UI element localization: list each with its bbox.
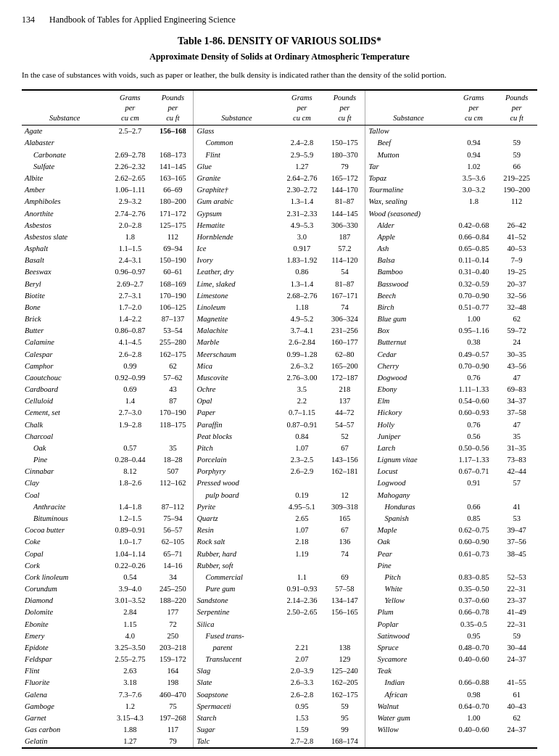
table-row: Clay 1.8–2.6 112–162 Pressed wood Logwoo… [22,477,537,489]
table-row: Cork 0.22–0.26 14–16 Rubber, soft Pine [22,560,537,572]
table-row: Biotite 2.7–3.1 170–190 Limestone 2.68–2… [22,290,537,302]
table-row: Garnet 3.15–4.3 197–268 Starch 1.53 95 W… [22,712,537,724]
table-row-last: Gelatin 1.27 79 Talc 2.7–2.8 168–174 [22,736,537,748]
table-row: Bone 1.7–2.0 106–125 Linoleum 1.18 74 Bi… [22,302,537,313]
table-row: Basalt 2.4–3.1 150–190 Ivory 1.83–1.92 1… [22,255,537,266]
table-row: Cement, set 2.7–3.0 170–190 Paper 0.7–1.… [22,407,537,419]
table-row: Brick 1.4–2.2 87–137 Magnetite 4.9–5.2 3… [22,313,537,325]
table-row: Agate 2.5–2.7 156–168 Glass Tallow [22,126,537,138]
table-row: Chalk 1.9–2.8 118–175 Paraffin 0.87–0.91… [22,419,537,431]
col-header-grams2: Gramspercu cm [279,90,324,125]
table-row: Cork linoleum 0.54 34 Commercial 1.1 69 … [22,572,537,583]
table-row: Flint 2.63 164 Slag 2.0–3.9 125–240 Teak [22,665,537,677]
col-header-substance3: Substance [365,90,452,125]
table-row: Feldspar 2.55–2.75 159–172 Translucent 2… [22,654,537,665]
table-row: Copal 1.04–1.14 65–71 Rubber, hard 1.19 … [22,548,537,560]
table-row: Galena 7.3–7.6 460–470 Soapstone 2.6–2.8… [22,689,537,701]
table-row: Albite 2.62–2.65 163–165 Granite 2.64–2.… [22,173,537,184]
col-header-substance2: Substance [194,90,280,125]
col-header-grams3: Gramspercu cm [451,90,496,125]
table-row: Fluorite 3.18 198 Slate 2.6–3.3 162–205 … [22,677,537,689]
table-row: Gas carbon 1.88 117 Sugar 1.59 99 Willow… [22,724,537,736]
table-row: Calamine 4.1–4.5 255–280 Marble 2.6–2.84… [22,337,537,348]
table-row: Bituminous 1.2–1.5 75–94 Quartz 2.65 165… [22,513,537,525]
table-row: Oak 0.57 35 Pitch 1.07 67 Larch 0.50–0.5… [22,443,537,454]
table-row: Asbestos 2.0–2.8 125–175 Hematite 4.9–5.… [22,220,537,231]
table-row: Anthracite 1.4–1.8 87–112 Pyrite 4.95–5.… [22,501,537,513]
col-header-pounds2: Poundspercu ft [324,90,365,125]
table-subtitle: Approximate Density of Solids at Ordinar… [22,52,537,62]
table-row: Ebonite 1.15 72 Silica Poplar 0.35–0.5 2… [22,619,537,630]
table-row: Epidote 3.25–3.50 203–218 parent 2.21 13… [22,642,537,654]
table-row: Gamboge 1.2 75 Spermaceti 0.95 59 Walnut… [22,701,537,712]
table-row: Beryl 2.69–2.7 168–169 Lime, slaked 1.3–… [22,279,537,290]
page-number: 134 [22,15,35,25]
table-row: Calespar 2.6–2.8 162–175 Meerschaum 0.99… [22,349,537,361]
book-title: Handbook of Tables for Applied Engineeri… [49,15,236,25]
table-row: Coke 1.0–1.7 62–105 Rock salt 2.18 136 O… [22,536,537,548]
table-row: Corundum 3.9–4.0 245–250 Pure gum 0.91–0… [22,583,537,595]
table-row: Camphor 0.99 62 Mica 2.6–3.2 165–200 Che… [22,361,537,372]
col-header-grams1: Gramspercu cm [108,90,153,125]
table-row: Cinnabar 8.12 507 Porphyry 2.6–2.9 162–1… [22,466,537,477]
footnote-1: †Some values reported as low as 1.6 [22,753,537,756]
table-row: Cocoa butter 0.89–0.91 56–57 Resin 1.07 … [22,525,537,536]
density-table: Substance Gramspercu cm Poundspercu ft S… [22,89,537,749]
table-row: Anorthite 2.74–2.76 171–172 Gypsum 2.31–… [22,208,537,220]
header-line: 134 Handbook of Tables for Applied Engin… [22,15,537,28]
table-row: Amphiboles 2.9–3.2 180–200 Gum arabic 1.… [22,196,537,208]
table-row: Amber 1.06–1.11 66–69 Graphite† 2.30–2.7… [22,184,537,196]
table-row: Alabaster Common 2.4–2.8 150–175 Beef 0.… [22,137,537,149]
col-header-substance1: Substance [22,90,108,125]
table-row: Dolomite 2.84 177 Serpentine 2.50–2.65 1… [22,607,537,618]
table-row: Asphalt 1.1–1.5 69–94 Ice 0.917 57.2 Ash… [22,243,537,255]
table-row: Caoutchouc 0.92–0.99 57–62 Muscovite 2.7… [22,372,537,384]
table-row: Carbonate 2.69–2.78 168–173 Flint 2.9–5.… [22,149,537,161]
table-row: Asbestos slate 1.8 112 Hornblende 3.0 18… [22,231,537,243]
table-row: Diamond 3.01–3.52 188–220 Sandstone 2.14… [22,595,537,607]
table-row: Coal pulp board 0.19 12 Mahogany [22,490,537,501]
table-row: Charcoal Peat blocks 0.84 52 Juniper 0.5… [22,431,537,443]
table-row: Cardboard 0.69 43 Ochre 3.5 218 Ebony 1.… [22,384,537,395]
table-row: Sulfate 2.26–2.32 141–145 Glue 1.27 79 T… [22,161,537,173]
table-row: Butter 0.86–0.87 53–54 Malachite 3.7–4.1… [22,325,537,337]
col-header-pounds1: Poundspercu ft [152,90,194,125]
table-row: Beeswax 0.96–0.97 60–61 Leather, dry 0.8… [22,266,537,278]
intro-text: In the case of substances with voids, su… [22,70,537,81]
table-row: Pine 0.28–0.44 18–28 Porcelain 2.3–2.5 1… [22,454,537,466]
table-row: Celluloid 1.4 87 Opal 2.2 137 Elm 0.54–0… [22,395,537,407]
col-header-pounds3: Poundspercu ft [496,90,537,125]
table-row: Emery 4.0 250 Fused trans- Satinwood 0.9… [22,630,537,642]
table-title: Table 1-86. DENSITY OF VARIOUS SOLIDS* [22,36,537,47]
